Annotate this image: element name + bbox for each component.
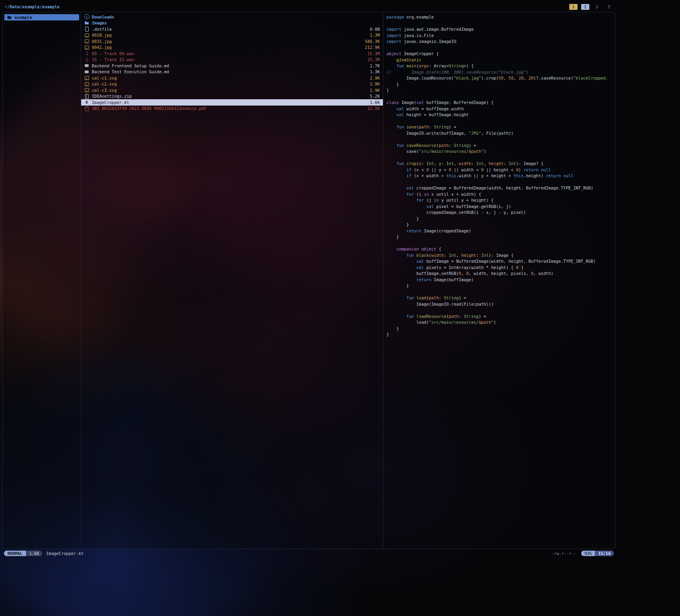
code-line: val height = buffImage.height bbox=[386, 112, 612, 119]
file-size: 1.7K bbox=[370, 63, 380, 68]
file-name: 0042.jpg bbox=[92, 45, 361, 50]
image-icon bbox=[84, 87, 89, 93]
code-line: object ImageCropper { bbox=[386, 51, 612, 58]
code-line: } bbox=[386, 283, 612, 289]
file-icon bbox=[84, 26, 89, 32]
file-size: 0.0B bbox=[370, 27, 380, 32]
file-size-badge: 1.6K bbox=[26, 551, 42, 556]
image-icon bbox=[84, 45, 89, 50]
file-row[interactable]: 0031.jpg586.3K bbox=[81, 38, 383, 45]
audio-icon: ♫ bbox=[84, 57, 89, 62]
file-row[interactable]: cal-c1.svg2.9K bbox=[81, 75, 383, 81]
code-line bbox=[386, 289, 612, 296]
file-name: Backend_Frontend_Setup_Guide.md bbox=[92, 63, 366, 68]
tab-1[interactable]: 1 bbox=[581, 4, 589, 10]
code-line: if (x < 0 || y < 0 || width < 0 || heigh… bbox=[386, 167, 612, 174]
tab-indicator: 1123 bbox=[566, 4, 613, 10]
file-name: SBI_0032013739_2023_DE05_0003155631Invoi… bbox=[92, 106, 363, 111]
code-line: companion object { bbox=[386, 247, 612, 253]
file-name: Images bbox=[92, 20, 376, 25]
file-row[interactable]: cal-c2.svg2.9K bbox=[81, 81, 383, 87]
code-line: } bbox=[386, 326, 612, 332]
preview-panel: package org.example import java.awt.imag… bbox=[383, 12, 615, 549]
tab-1[interactable]: 1 bbox=[569, 4, 578, 10]
code-line: @JvmStatic bbox=[386, 58, 612, 64]
image-icon bbox=[84, 82, 89, 87]
file-size: 2.9K bbox=[370, 76, 380, 80]
code-line: Image(ImageIO.read(File(path))) bbox=[386, 302, 612, 308]
file-size: 1.3K bbox=[370, 69, 380, 74]
file-size: 1.3M bbox=[370, 33, 380, 37]
file-name: IDEAsettings.zip bbox=[92, 94, 366, 98]
terminal-file-manager: ~/Data/example/example 1123 example ↓Dow… bbox=[2, 2, 615, 558]
parent-panel: example bbox=[3, 12, 81, 549]
code-line: fun crop(x: Int, y: Int, width: Int, hei… bbox=[386, 161, 612, 167]
file-size: 15.3M bbox=[367, 57, 380, 62]
markdown-icon bbox=[84, 63, 89, 68]
code-line bbox=[386, 119, 612, 125]
file-size: 15.3M bbox=[367, 51, 380, 56]
file-size: 2.9K bbox=[370, 88, 380, 93]
file-row[interactable]: IDEAsettings.zip5.2K bbox=[81, 93, 383, 100]
parent-dir-item[interactable]: example bbox=[4, 14, 79, 20]
archive-icon bbox=[84, 94, 89, 99]
code-line: fun load(path: String) = bbox=[386, 295, 612, 302]
cursor-position-badge: 15/16 bbox=[595, 551, 614, 556]
scroll-percent-badge: 93% bbox=[581, 551, 595, 556]
file-row[interactable]: 0028.jpg1.3M bbox=[81, 32, 383, 39]
code-line: } bbox=[386, 82, 612, 88]
code-line bbox=[386, 137, 612, 143]
file-row[interactable]: ↓Downloads bbox=[81, 14, 383, 20]
file-row[interactable]: 0042.jpg212.9K bbox=[81, 45, 383, 51]
file-size: 586.3K bbox=[365, 39, 380, 44]
mode-indicator: NORMAL bbox=[4, 551, 26, 556]
image-icon bbox=[84, 75, 89, 80]
code-line: for (i in x until x + width) { bbox=[386, 192, 612, 198]
file-name: Backend_Test_Execution_Guide.md bbox=[92, 69, 366, 74]
code-line: fun black(width: Int, height: Int): Imag… bbox=[386, 253, 612, 259]
code-line: load("src/main/resources/$path") bbox=[386, 320, 612, 326]
file-row[interactable]: cal-c3.svg2.9K bbox=[81, 87, 383, 93]
code-line: class Image(val buffImage: BufferedImage… bbox=[386, 100, 612, 106]
file-row[interactable]: Backend_Test_Execution_Guide.md1.3K bbox=[81, 69, 383, 75]
code-line: import java.awt.image.BufferedImage bbox=[386, 27, 612, 33]
folder-icon bbox=[84, 20, 89, 26]
file-size: 12.5K bbox=[367, 106, 380, 111]
code-line: val width = buffImage.width bbox=[386, 106, 612, 113]
code-line bbox=[386, 45, 612, 52]
file-row[interactable]: SBI_0032013739_2023_DE05_0003155631Invoi… bbox=[81, 106, 383, 112]
file-row[interactable]: ♫15 - Track 15.wav15.3M bbox=[81, 57, 383, 63]
parent-dir-name: example bbox=[15, 15, 32, 20]
status-bar-right: -rw-r--r-- 93% 15/16 bbox=[552, 551, 614, 556]
code-line bbox=[386, 180, 612, 186]
code-line: package org.example bbox=[386, 15, 612, 21]
tab-3[interactable]: 3 bbox=[605, 4, 613, 10]
code-line: import java.io.File bbox=[386, 33, 612, 39]
status-filename: ImageCropper.kt bbox=[46, 551, 84, 556]
kotlin-icon: K bbox=[84, 100, 89, 105]
code-line: save("src/main/resources/$path") bbox=[386, 149, 612, 155]
image-icon bbox=[84, 39, 89, 44]
pdf-icon bbox=[84, 106, 89, 111]
code-line: val croppedImage = BufferedImage(width, … bbox=[386, 186, 612, 192]
file-size: 1.6K bbox=[370, 100, 380, 105]
code-line bbox=[386, 94, 612, 100]
code-line: } bbox=[386, 234, 612, 241]
file-row[interactable]: KImageCropper.kt1.6K bbox=[81, 99, 383, 106]
code-line bbox=[386, 308, 612, 314]
file-name: cal-c1.svg bbox=[92, 76, 366, 80]
file-name: cal-c3.svg bbox=[92, 88, 366, 93]
code-line: } bbox=[386, 216, 612, 223]
file-row[interactable]: .dotfile0.0B bbox=[81, 26, 383, 32]
code-line bbox=[386, 241, 612, 247]
file-row[interactable]: Images bbox=[81, 20, 383, 26]
code-line: for (j in y until y + height) { bbox=[386, 198, 612, 204]
tab-2[interactable]: 2 bbox=[593, 4, 601, 10]
panels: example ↓DownloadsImages.dotfile0.0B0028… bbox=[2, 12, 615, 549]
code-line: fun loadResource(path: String) = bbox=[386, 314, 612, 320]
file-row[interactable]: Backend_Frontend_Setup_Guide.md1.7K bbox=[81, 63, 383, 69]
code-line: buffImage.setRGB(0, 0, width, height, pi… bbox=[386, 271, 612, 277]
file-name: .dotfile bbox=[92, 27, 366, 32]
file-row[interactable]: ♫09 - Track 09.wav15.3M bbox=[81, 50, 383, 57]
code-line: } bbox=[386, 332, 612, 338]
